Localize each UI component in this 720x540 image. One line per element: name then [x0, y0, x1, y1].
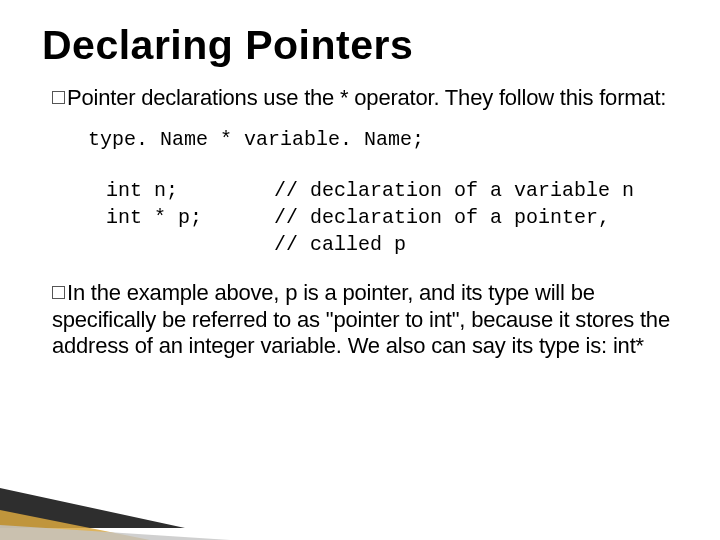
code-format: type. Name * variable. Name;	[88, 126, 678, 153]
slide-body: Pointer declarations use the * operator.…	[42, 85, 678, 360]
svg-marker-2	[0, 525, 230, 540]
bullet-marker-icon	[52, 286, 65, 299]
code-example: int n; // declaration of a variable n in…	[106, 177, 678, 258]
bullet-2-rest: the example above, p is a pointer, and i…	[52, 280, 670, 359]
svg-marker-1	[0, 510, 150, 540]
decorative-wedge-icon	[0, 470, 230, 540]
slide: Declaring Pointers Pointer declarations …	[0, 0, 720, 540]
bullet-marker-icon	[52, 91, 65, 104]
slide-title: Declaring Pointers	[42, 22, 678, 69]
bullet-2: In the example above, p is a pointer, an…	[52, 280, 678, 360]
bullet-1-lead: Pointer	[67, 85, 135, 110]
bullet-1: Pointer declarations use the * operator.…	[52, 85, 678, 112]
svg-marker-0	[0, 488, 185, 528]
bullet-1-rest: declarations use the * operator. They fo…	[135, 85, 666, 110]
bullet-2-lead: In	[67, 280, 85, 305]
